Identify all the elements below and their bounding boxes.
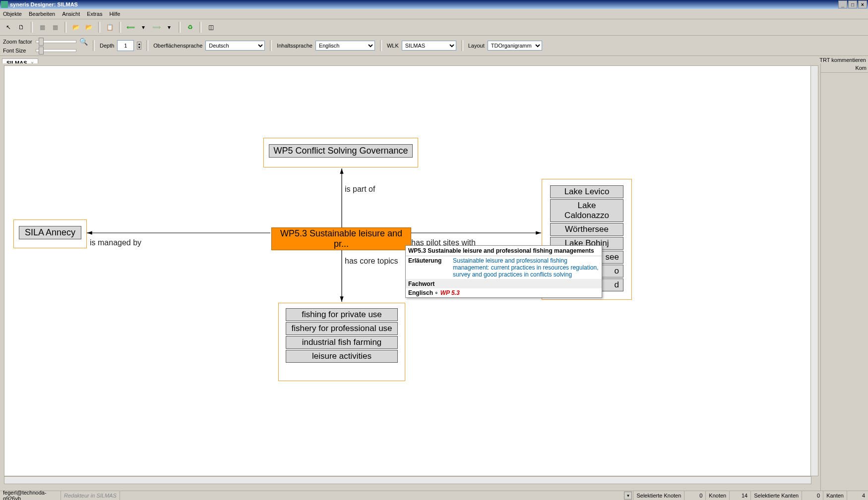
fwd-menu-icon[interactable]: ▾	[164, 22, 175, 33]
fwd-icon[interactable]: ⟹	[151, 22, 162, 33]
fontsize-label: Font Size	[3, 48, 33, 54]
node-fishing-private[interactable]: fishing for private use	[286, 308, 398, 321]
search-icon[interactable]: 🔍	[79, 38, 88, 46]
grid1-icon[interactable]: ▦	[37, 22, 48, 33]
menu-bearbeiten[interactable]: Bearbeiten	[29, 11, 55, 17]
trt-kommentieren-link[interactable]: TRT kommentieren	[819, 57, 866, 63]
minimize-button[interactable]: _	[838, 0, 847, 8]
separator	[31, 22, 33, 33]
depth-input[interactable]	[117, 40, 134, 51]
menu-bar: Objekte Bearbeiten Ansicht Extras Hilfe	[0, 9, 868, 19]
tooltip-title: WP5.3 Sustainable leisure and profession…	[406, 246, 602, 256]
status-edges-label: Kanten	[823, 491, 847, 500]
refresh-icon[interactable]: ♻	[185, 22, 195, 33]
separator	[270, 40, 272, 51]
wlk-select[interactable]: SILMAS	[402, 41, 456, 51]
status-dropdown-icon[interactable]: ▼	[624, 492, 632, 500]
depth-label: Depth	[100, 43, 114, 49]
back-menu-icon[interactable]: ▾	[138, 22, 149, 33]
copy-icon[interactable]: 📋	[104, 22, 115, 33]
separator	[461, 40, 463, 51]
separator	[64, 22, 66, 33]
layout-label: Layout	[468, 43, 485, 49]
edge-label-bottom: has core topics	[345, 257, 398, 266]
main-toolbar: ↖ 🗋 ▦ ▦ 📂 📂 📋 ⟸ ▾ ⟹ ▾ ♻ ◫	[0, 19, 868, 36]
status-spacer	[120, 491, 624, 500]
new-icon[interactable]: 🗋	[16, 22, 27, 33]
status-edges: 4	[847, 491, 868, 500]
diagram-canvas[interactable]: WP5 Conflict Solving Governance SILA Ann…	[4, 65, 811, 476]
separator	[119, 22, 121, 33]
menu-hilfe[interactable]: Hilfe	[109, 11, 120, 17]
open2-icon[interactable]: 📂	[83, 22, 94, 33]
window-icon[interactable]: ◫	[205, 22, 216, 33]
app-logo-icon	[1, 1, 8, 8]
top-group-frame[interactable]: WP5 Conflict Solving Governance	[263, 138, 418, 167]
node-tooltip: WP5.3 Sustainable leisure and profession…	[405, 245, 602, 298]
content-lang-label: Inhaltssprache	[277, 43, 312, 49]
node-fishery-professional[interactable]: fishery for professional use	[286, 322, 398, 335]
separator	[93, 40, 95, 51]
status-sel-nodes: 0	[684, 491, 705, 500]
tooltip-term: WP 5.3	[440, 289, 460, 296]
comment-panel: Kom	[820, 63, 868, 491]
status-sel-edges-label: Selektierte Kanten	[750, 491, 802, 500]
bottom-group-frame[interactable]: fishing for private use fishery for prof…	[278, 303, 405, 381]
layout-select[interactable]: TDOrganigramm	[488, 41, 542, 51]
tooltip-erl-label: Erläuterung	[406, 256, 450, 279]
depth-stepper[interactable]: ▲▼	[137, 42, 141, 50]
node-sila-annecy[interactable]: SILA Annecy	[19, 226, 81, 239]
close-button[interactable]: ×	[858, 0, 867, 8]
left-group-frame[interactable]: SILA Annecy	[13, 220, 87, 248]
separator	[146, 40, 148, 51]
node-wp5-governance[interactable]: WP5 Conflict Solving Governance	[269, 144, 413, 158]
separator	[179, 22, 181, 33]
menu-extras[interactable]: Extras	[87, 11, 102, 17]
status-nodes-label: Knoten	[705, 491, 729, 500]
menu-objekte[interactable]: Objekte	[3, 11, 22, 17]
title-bar: syneris Designer: SILMAS _ □ ×	[0, 0, 868, 9]
edge-label-left: is managed by	[90, 238, 141, 247]
tooltip-fachwort: Fachwort	[406, 279, 602, 288]
tooltip-erl-text: Sustainable leisure and professional fis…	[450, 256, 602, 279]
open-icon[interactable]: 📂	[70, 22, 81, 33]
content-lang-select[interactable]: Englisch	[315, 41, 375, 51]
status-user: fegerl@technoda-q926vb	[0, 491, 61, 500]
pointer-icon[interactable]: ↖	[3, 22, 14, 33]
zoom-slider[interactable]	[36, 40, 76, 43]
node-lake-levico[interactable]: Lake Levico	[550, 185, 623, 198]
surface-lang-select[interactable]: Deutsch	[205, 41, 265, 51]
wlk-label: WLK	[387, 43, 399, 49]
node-worthersee[interactable]: Wörthersee	[550, 223, 623, 236]
fontsize-slider[interactable]	[36, 49, 76, 52]
back-icon[interactable]: ⟸	[125, 22, 136, 33]
separator	[98, 22, 100, 33]
node-center-wp53[interactable]: WP5.3 Sustainable leisure and pr...	[271, 227, 411, 250]
tooltip-lang-row: Englisch ∘ WP 5.3	[406, 288, 602, 297]
status-nodes: 14	[729, 491, 750, 500]
separator	[199, 22, 201, 33]
maximize-button[interactable]: □	[848, 0, 857, 8]
horizontal-scrollbar[interactable]	[4, 476, 811, 484]
vertical-scrollbar[interactable]	[810, 65, 818, 476]
status-bar: fegerl@technoda-q926vb Redakteur in SILM…	[0, 491, 868, 500]
menu-ansicht[interactable]: Ansicht	[62, 11, 80, 17]
status-sel-edges: 0	[802, 491, 823, 500]
status-role: Redakteur in SILMAS	[61, 491, 120, 500]
window-title: syneris Designer: SILMAS	[10, 1, 78, 7]
separator	[380, 40, 382, 51]
canvas-wrapper: WP5 Conflict Solving Governance SILA Ann…	[0, 63, 820, 491]
options-toolbar: Zoom factor 🔍 Font Size Depth ▲▼ Oberflä…	[0, 36, 868, 56]
zoom-label: Zoom factor	[3, 39, 33, 45]
status-sel-nodes-label: Selektierte Knoten	[633, 491, 684, 500]
node-industrial-farming[interactable]: industrial fish farming	[286, 336, 398, 349]
grid2-icon[interactable]: ▦	[50, 22, 61, 33]
node-lake-caldonazzo[interactable]: Lake Caldonazzo	[550, 199, 623, 222]
tooltip-lang: Englisch	[408, 289, 433, 296]
comment-panel-header: Kom	[821, 63, 868, 73]
node-leisure-activities[interactable]: leisure activities	[286, 350, 398, 363]
edge-label-top: is part of	[345, 185, 375, 194]
surface-lang-label: Oberflächensprache	[153, 43, 202, 49]
main-area: WP5 Conflict Solving Governance SILA Ann…	[0, 63, 868, 491]
